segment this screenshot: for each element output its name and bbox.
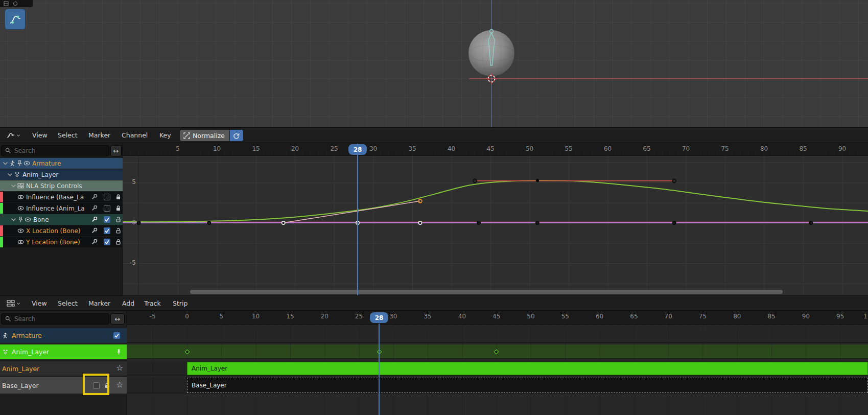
chevron-down-icon[interactable] (7, 171, 13, 178)
channel-lock-icon[interactable] (115, 216, 122, 223)
eye-icon[interactable] (17, 239, 24, 245)
eye-icon[interactable] (25, 216, 31, 223)
modifier-wrench-icon[interactable] (91, 205, 98, 212)
chevron-down-icon[interactable] (10, 216, 17, 223)
channel-lock-icon[interactable] (115, 239, 122, 245)
modifier-wrench-icon[interactable] (91, 239, 98, 245)
auto-normalize-toggle[interactable] (230, 130, 243, 141)
lock-closed-icon[interactable] (115, 194, 122, 200)
keyframe[interactable] (673, 221, 676, 224)
nla-menu-strip[interactable]: Strip (173, 299, 187, 307)
nla-search-input[interactable]: Search (1, 313, 109, 325)
nla-current-frame-badge[interactable]: 28 (370, 312, 388, 323)
channel-lock-icon[interactable] (115, 227, 122, 234)
nla-strip-area[interactable]: Anim_LayerBase_Layer (127, 325, 868, 415)
channel-row-y-location-bone-[interactable]: Y Location (Bone) (0, 237, 123, 247)
viewport-corner-toolbar[interactable] (0, 0, 33, 7)
modifier-wrench-icon[interactable] (91, 194, 98, 200)
graph-horizontal-scrollbar[interactable] (190, 290, 783, 294)
eye-icon[interactable] (24, 160, 30, 167)
nla-strip-anim-layer[interactable]: Anim_Layer (187, 362, 868, 375)
nla-icon[interactable] (17, 182, 24, 189)
menu-select[interactable]: Select (58, 131, 78, 139)
nla-menu-view[interactable]: View (32, 299, 47, 307)
channel-row-bone[interactable]: Bone (0, 214, 123, 225)
graph-search-input[interactable]: Search (1, 145, 109, 156)
star-icon[interactable]: ☆ (116, 363, 123, 373)
nla-track-star-icon[interactable]: ☆ (116, 381, 123, 389)
channel-enable-checkbox[interactable] (104, 194, 110, 200)
wrench-icon[interactable] (91, 239, 98, 245)
channel-row-armature[interactable]: Armature (0, 158, 123, 169)
channel-row-nla-strip-controls[interactable]: NLA Strip Controls (0, 180, 123, 191)
graph-current-frame-badge[interactable]: 28 (348, 144, 367, 155)
graph-timeline-ruler[interactable]: 51015202530354045505560657075808590 (123, 143, 868, 156)
nla-menu-select[interactable]: Select (58, 299, 78, 307)
menu-channel[interactable]: Channel (122, 131, 148, 139)
nla-track-star-icon[interactable]: ☆ (116, 364, 123, 372)
action-icon[interactable] (14, 171, 20, 178)
pin-filled-icon[interactable] (115, 349, 122, 355)
lock-open-icon[interactable] (115, 239, 122, 245)
pin-icon[interactable] (16, 160, 23, 167)
wrench-icon[interactable] (91, 216, 98, 223)
nla-filter-button[interactable]: ↔ (110, 313, 125, 325)
channel-row-influence-base-la[interactable]: Influence (Base_La (0, 192, 123, 202)
chevron-down-icon[interactable] (10, 182, 17, 189)
channel-filter-button[interactable]: ↔ (110, 145, 122, 156)
keyframe-peak[interactable] (536, 179, 539, 182)
nla-timeline-ruler[interactable]: 1 -5051015202530354045505560657075808590… (127, 311, 868, 325)
graph-editor-type-button[interactable] (4, 130, 26, 141)
curve-tool-button[interactable] (5, 9, 26, 30)
nla-track-row-anim-layer[interactable]: Anim_Layer (0, 344, 127, 359)
channel-enable-checkbox[interactable] (104, 205, 110, 212)
y-location-curve[interactable] (123, 180, 868, 222)
pin-icon[interactable] (17, 216, 24, 223)
keyframe-selected[interactable] (418, 221, 421, 224)
menu-marker[interactable]: Marker (88, 131, 110, 139)
action-icon[interactable] (2, 349, 9, 355)
nla-playhead[interactable] (379, 324, 380, 415)
channel-enable-checkbox[interactable] (104, 216, 110, 223)
nla-menu-marker[interactable]: Marker (88, 299, 110, 307)
3d-viewport[interactable] (0, 0, 868, 127)
normalize-toggle[interactable]: Normalize (180, 130, 229, 141)
modifier-wrench-icon[interactable] (91, 227, 98, 234)
star-icon[interactable]: ☆ (116, 380, 123, 389)
keyframe[interactable] (207, 221, 210, 224)
nla-track-row-armature[interactable]: Armature (0, 328, 127, 343)
keyframe[interactable] (477, 221, 480, 224)
lock-open-icon[interactable] (115, 227, 122, 234)
armature-icon[interactable] (9, 160, 16, 167)
channel-row-x-location-bone-[interactable]: X Location (Bone) (0, 225, 123, 236)
nla-menu-track[interactable]: Track (144, 299, 161, 307)
eye-icon[interactable] (17, 205, 24, 212)
chevron-down-icon[interactable] (2, 160, 9, 167)
nla-lane-0[interactable] (127, 328, 868, 343)
keyframe[interactable] (536, 221, 539, 224)
channel-row-anim-layer[interactable]: Anim_Layer (0, 169, 123, 180)
handle-endpoint[interactable] (473, 179, 477, 182)
keyframe-selected[interactable] (282, 221, 285, 224)
nla-track-checkbox[interactable] (113, 332, 120, 339)
channel-lock-icon[interactable] (115, 205, 122, 212)
channel-enable-checkbox[interactable] (104, 227, 110, 234)
channel-row-influence-anim-la[interactable]: Influence (Anim_La (0, 203, 123, 214)
armature-icon[interactable] (2, 332, 9, 339)
eye-icon[interactable] (17, 227, 24, 234)
wrench-icon[interactable] (91, 205, 98, 212)
nla-editor-type-button[interactable] (4, 298, 26, 309)
nla-menu-add[interactable]: Add (122, 299, 134, 307)
nla-strip-base-layer[interactable]: Base_Layer (187, 378, 868, 393)
keyframe[interactable] (809, 221, 812, 224)
lock-open-icon[interactable] (115, 216, 122, 223)
lock-closed-icon[interactable] (115, 205, 122, 212)
wrench-icon[interactable] (91, 227, 98, 234)
channel-enable-checkbox[interactable] (104, 239, 110, 245)
graph-canvas[interactable]: 5 0 -5 (123, 156, 868, 295)
wrench-icon[interactable] (91, 194, 98, 200)
handle-endpoint[interactable] (672, 179, 676, 182)
modifier-wrench-icon[interactable] (91, 216, 98, 223)
graph-playhead[interactable] (357, 144, 358, 295)
menu-view[interactable]: View (32, 131, 48, 139)
